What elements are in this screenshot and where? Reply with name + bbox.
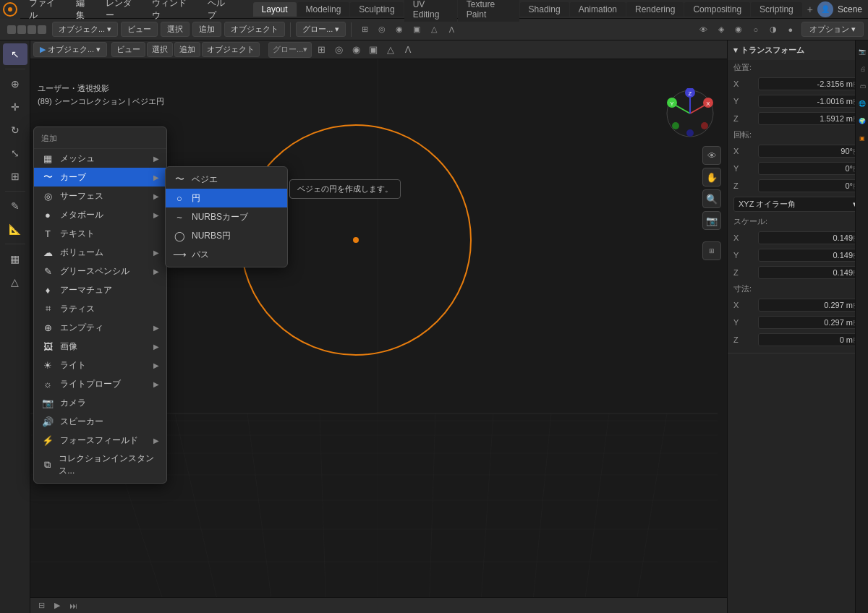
transform-section-header[interactable]: ▾ トランスフォーム: [728, 40, 868, 60]
timeline-icon[interactable]: ⊟: [35, 599, 48, 612]
menu-edit[interactable]: 編集: [70, 0, 98, 23]
cursor-tool[interactable]: ⊕: [3, 73, 27, 95]
header-icon-4[interactable]: [38, 25, 46, 34]
tab-scripting[interactable]: Scripting: [751, 2, 802, 17]
vp-snap-icon[interactable]: ⊞: [313, 42, 329, 58]
view-menu-btn[interactable]: ビュー: [121, 22, 158, 37]
submenu-nurbs-circle[interactable]: ◯ NURBS円: [166, 226, 287, 245]
props-render-icon[interactable]: 📷: [856, 43, 868, 59]
tab-layout[interactable]: Layout: [253, 2, 297, 17]
props-scene-icon[interactable]: 🌐: [856, 95, 868, 111]
proportional-icon[interactable]: ◎: [374, 22, 390, 38]
vp-overlay-icon[interactable]: ◉: [348, 42, 364, 58]
dim-y-field[interactable]: 0.297 m ⎘: [758, 316, 862, 329]
vp-global-btn[interactable]: グロー... ▾: [268, 42, 312, 58]
vp-view-btn[interactable]: ビュー: [111, 42, 145, 57]
rotate-tool[interactable]: ↻: [3, 119, 27, 141]
scale-z-field[interactable]: 0.149 ⎘: [758, 266, 862, 279]
menu-item-empty[interactable]: ⊕ エンプティ ▶: [34, 318, 166, 337]
sphere-icon-3[interactable]: ●: [783, 22, 799, 38]
dim-z-field[interactable]: 0 m ⎘: [758, 333, 862, 346]
menu-item-curve[interactable]: 〜 カーブ ▶: [34, 168, 166, 187]
shading-icon-2[interactable]: △: [426, 22, 442, 38]
object-mode-btn[interactable]: オブジェク... ▾: [52, 22, 118, 37]
select-tool[interactable]: ↖: [3, 43, 27, 65]
header-icon-3[interactable]: [27, 25, 36, 34]
menu-item-light-probe[interactable]: ☼ ライトプローブ ▶: [34, 374, 166, 393]
vp-object-btn[interactable]: オブジェクト: [202, 42, 260, 57]
vp-shading-dot[interactable]: ▣: [365, 42, 381, 58]
scale-y-field[interactable]: 0.149 ⎘: [758, 249, 862, 262]
tab-animation[interactable]: Animation: [570, 2, 626, 17]
dim-x-field[interactable]: 0.297 m ⎘: [758, 299, 862, 312]
tab-uv-editing[interactable]: UV Editing: [404, 0, 457, 22]
props-output-icon[interactable]: 🖨: [856, 61, 868, 77]
menu-render[interactable]: レンダー: [100, 0, 145, 23]
shading-icon-1[interactable]: ▣: [409, 22, 425, 38]
add-cube-tool[interactable]: ▦: [3, 248, 27, 270]
header-icon-2[interactable]: [17, 25, 26, 34]
camera-icon[interactable]: ◉: [731, 22, 746, 38]
camera-view-btn[interactable]: 📷: [702, 211, 721, 230]
overlay-icon[interactable]: ◉: [391, 22, 407, 38]
orthographic-btn[interactable]: ⊞: [702, 241, 721, 260]
menu-item-text[interactable]: T テキスト: [34, 224, 166, 243]
add-mesh-tool[interactable]: △: [3, 271, 27, 293]
props-object-icon[interactable]: ▣: [856, 130, 868, 146]
pos-x-field[interactable]: -2.3156 m ⎘: [758, 77, 862, 90]
transform-tool[interactable]: ⊞: [3, 166, 27, 187]
measure-tool[interactable]: 📐: [3, 218, 27, 240]
props-world-icon[interactable]: 🌍: [856, 113, 868, 129]
menu-file[interactable]: ファイル: [23, 0, 69, 23]
menu-item-camera[interactable]: 📷 カメラ: [34, 393, 166, 412]
menu-item-grease[interactable]: ✎ グリースペンシル ▶: [34, 262, 166, 280]
nav-gizmo[interactable]: X Y Z: [665, 88, 715, 139]
annotate-tool[interactable]: ✎: [3, 195, 27, 217]
snap-icon[interactable]: ⊞: [357, 22, 373, 38]
frame-icon[interactable]: ⏭: [67, 599, 80, 612]
menu-item-speaker[interactable]: 🔊 スピーカー: [34, 412, 166, 431]
play-icon[interactable]: ▶: [51, 599, 64, 612]
tab-compositing[interactable]: Compositing: [684, 2, 750, 17]
scene-name[interactable]: Scene: [838, 4, 862, 14]
move-tool[interactable]: ✛: [3, 96, 27, 118]
rot-x-field[interactable]: 90° ⎘: [758, 145, 862, 158]
tab-shading[interactable]: Shading: [520, 2, 569, 17]
menu-item-lattice[interactable]: ⌗ ラティス: [34, 299, 166, 318]
tab-add-button[interactable]: +: [803, 2, 817, 17]
tab-sculpting[interactable]: Sculpting: [350, 2, 403, 17]
user-avatar[interactable]: 👤: [817, 1, 833, 17]
vp-shading-tri[interactable]: △: [383, 42, 399, 58]
rot-z-field[interactable]: 0° ⎘: [758, 179, 862, 192]
submenu-circle[interactable]: ○ 円: [166, 189, 287, 207]
sphere-icon-2[interactable]: ◑: [765, 22, 781, 38]
object-menu-btn[interactable]: オブジェクト: [224, 22, 285, 37]
zoom-btn[interactable]: 🔍: [702, 189, 721, 208]
pos-y-field[interactable]: -1.0016 m ⎘: [758, 95, 862, 108]
zoom-camera-btn[interactable]: 👁: [702, 146, 721, 165]
submenu-nurbs-curve[interactable]: ~ NURBSカーブ: [166, 207, 287, 226]
pos-z-field[interactable]: 1.5912 m ⎘: [758, 112, 862, 125]
menu-item-volume[interactable]: ☁ ボリューム ▶: [34, 243, 166, 262]
menu-item-mesh[interactable]: ▦ メッシュ ▶: [34, 149, 166, 168]
rotation-mode-dropdown[interactable]: XYZ オイラー角 ▾: [733, 197, 862, 212]
menu-item-image[interactable]: 🖼 画像 ▶: [34, 337, 166, 356]
menu-item-surface[interactable]: ◎ サーフェス ▶: [34, 187, 166, 205]
menu-item-metaball[interactable]: ● メタボール ▶: [34, 205, 166, 224]
menu-item-force[interactable]: ⚡ フォースフィールド ▶: [34, 431, 166, 450]
menu-help[interactable]: ヘルプ: [202, 0, 239, 23]
tab-texture-paint[interactable]: Texture Paint: [458, 0, 519, 22]
tab-modeling[interactable]: Modeling: [297, 2, 350, 17]
vp-shading-solid[interactable]: Λ: [400, 42, 416, 58]
rot-y-field[interactable]: 0° ⎘: [758, 162, 862, 175]
sphere-icon-1[interactable]: ○: [748, 22, 764, 38]
pan-btn[interactable]: ✋: [702, 168, 721, 187]
tab-rendering[interactable]: Rendering: [626, 2, 684, 17]
scale-x-field[interactable]: 0.149 ⎘: [758, 231, 862, 244]
vp-select-btn[interactable]: 選択: [147, 42, 173, 57]
submenu-bezier[interactable]: 〜 ベジエ: [166, 170, 287, 189]
props-view-layer-icon[interactable]: 🗃: [856, 78, 868, 94]
submenu-path[interactable]: ⟶ パス: [166, 245, 287, 264]
select-menu-btn[interactable]: 選択: [161, 22, 190, 37]
options-button[interactable]: オプション ▾: [801, 22, 864, 37]
